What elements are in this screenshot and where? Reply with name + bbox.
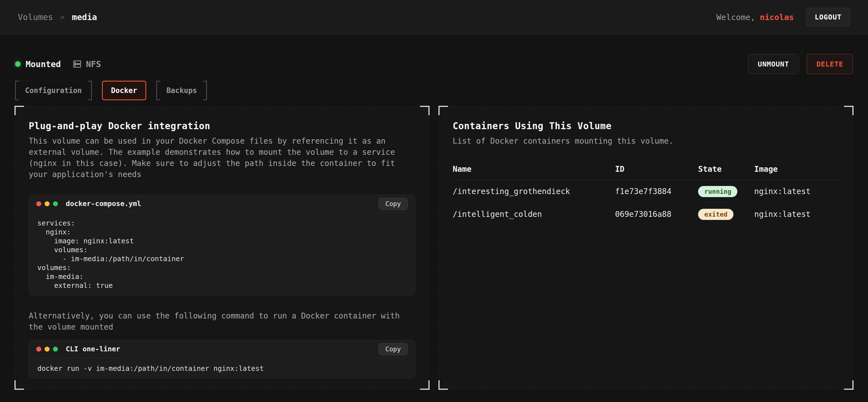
containers-panel: Containers Using This Volume List of Doc…	[439, 106, 853, 389]
unmount-button[interactable]: UNMOUNT	[748, 54, 799, 74]
status-row: Mounted NFS UNMOUNT DELETE	[15, 54, 853, 74]
container-id: f1e73e7f3884	[615, 187, 698, 196]
container-id: 069e73016a88	[615, 210, 698, 219]
containers-table: Name ID State Image /interesting_grothen…	[453, 165, 839, 226]
nfs-label: NFS	[86, 59, 101, 69]
panel-corner-mark	[420, 380, 430, 390]
top-bar: Volumes > media Welcome,nicolas LOGOUT	[0, 0, 868, 35]
logout-button[interactable]: LOGOUT	[806, 8, 850, 27]
breadcrumb-separator: >	[60, 13, 65, 22]
panel-corner-mark	[844, 106, 854, 115]
table-row: /interesting_grothendieck f1e73e7f3884 r…	[453, 180, 839, 203]
compose-code-card: docker-compose.yml Copy services: nginx:…	[29, 195, 415, 295]
content-panels: Plug-and-play Docker integration This vo…	[15, 106, 853, 389]
compose-code-header: docker-compose.yml Copy	[29, 195, 415, 213]
username: nicolas	[760, 12, 794, 22]
docker-integration-panel: Plug-and-play Docker integration This vo…	[15, 106, 429, 389]
containers-panel-title: Containers Using This Volume	[453, 120, 839, 132]
docker-panel-description: This volume can be used in your Docker C…	[29, 136, 415, 180]
window-dot-red-icon	[36, 201, 41, 206]
cli-code-card: CLI one-liner Copy docker run -v im-medi…	[29, 340, 415, 378]
column-header-id: ID	[615, 165, 698, 174]
window-dot-green-icon	[53, 346, 58, 351]
cli-code: docker run -v im-media:/path/in/containe…	[29, 358, 415, 378]
volume-status: Mounted NFS	[15, 59, 101, 69]
container-name: /intelligent_colden	[453, 210, 615, 219]
volume-detail-page: Mounted NFS UNMOUNT DELETE Configuration…	[0, 35, 868, 389]
tab-docker-label: Docker	[111, 86, 137, 95]
tab-bracket-right	[88, 81, 92, 100]
mounted-status-dot	[15, 61, 21, 67]
breadcrumb: Volumes > media	[18, 12, 97, 22]
volume-actions: UNMOUNT DELETE	[748, 54, 853, 74]
containers-panel-subtitle: List of Docker containers mounting this …	[453, 136, 839, 147]
panel-corner-mark	[438, 106, 448, 115]
welcome-text: Welcome,nicolas	[716, 12, 794, 22]
docker-panel-title: Plug-and-play Docker integration	[29, 120, 415, 132]
cli-intro-text: Alternatively, you can use the following…	[29, 310, 415, 333]
container-image: nginx:latest	[754, 210, 839, 219]
tab-bar: Configuration Docker Backups	[15, 81, 853, 100]
header-right: Welcome,nicolas LOGOUT	[716, 8, 850, 27]
column-header-image: Image	[754, 165, 839, 174]
panel-corner-mark	[14, 106, 24, 115]
copy-cli-button[interactable]: Copy	[378, 343, 408, 355]
container-state-badge: running	[698, 186, 737, 197]
tab-configuration[interactable]: Configuration	[15, 81, 92, 100]
delete-button[interactable]: DELETE	[807, 54, 853, 74]
container-state-badge: exited	[698, 209, 734, 220]
tab-bracket-left	[15, 81, 19, 100]
window-dot-yellow-icon	[44, 201, 50, 206]
panel-corner-mark	[844, 380, 854, 390]
breadcrumb-current: media	[72, 12, 97, 22]
cli-filename: CLI one-liner	[66, 345, 120, 353]
tab-docker[interactable]: Docker	[102, 81, 147, 100]
tab-backups-label: Backups	[166, 86, 197, 95]
breadcrumb-volumes-link[interactable]: Volumes	[18, 12, 53, 22]
cli-code-header: CLI one-liner Copy	[29, 340, 415, 358]
welcome-prefix: Welcome,	[716, 12, 755, 22]
table-row: /intelligent_colden 069e73016a88 exited …	[453, 203, 839, 226]
panel-corner-mark	[420, 106, 430, 115]
panel-corner-mark	[14, 380, 24, 390]
window-dot-green-icon	[53, 201, 58, 206]
compose-filename: docker-compose.yml	[66, 200, 141, 208]
server-stack-icon	[72, 59, 82, 69]
copy-compose-button[interactable]: Copy	[378, 198, 408, 210]
compose-code: services: nginx: image: nginx:latest vol…	[29, 213, 415, 295]
window-dot-red-icon	[36, 346, 41, 351]
panel-corner-mark	[438, 380, 448, 390]
column-header-name: Name	[453, 165, 615, 174]
column-header-state: State	[698, 165, 754, 174]
tab-backups[interactable]: Backups	[156, 81, 207, 100]
containers-table-header: Name ID State Image	[453, 165, 839, 180]
container-image: nginx:latest	[754, 187, 839, 196]
window-dot-yellow-icon	[44, 346, 50, 351]
tab-bracket-left	[156, 81, 160, 100]
container-name: /interesting_grothendieck	[453, 187, 615, 196]
tab-configuration-label: Configuration	[25, 86, 82, 95]
mounted-label: Mounted	[26, 59, 61, 69]
tab-bracket-right	[203, 81, 207, 100]
